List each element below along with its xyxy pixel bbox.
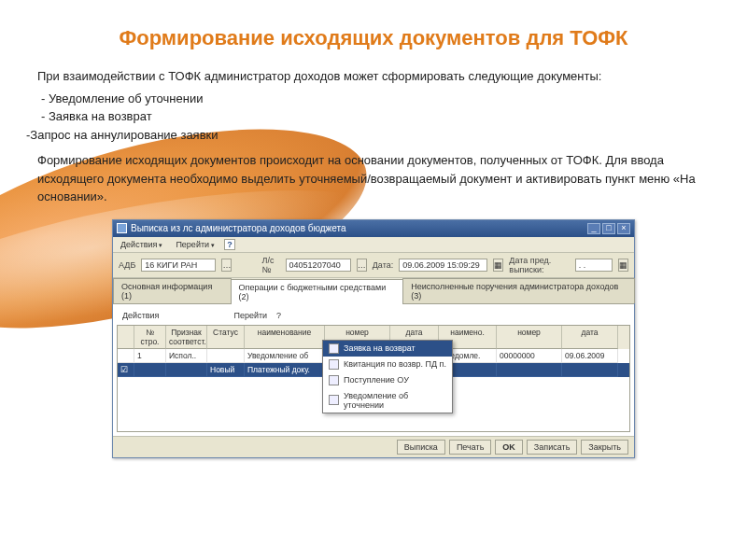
col-name: наименование	[245, 326, 325, 349]
body-text: Формирование исходящих документов происх…	[37, 151, 710, 206]
vypiska-button[interactable]: Выписка	[397, 440, 445, 455]
prev-date-label: Дата пред. выписки:	[509, 256, 569, 274]
adb-lookup-icon[interactable]: …	[221, 259, 232, 272]
maximize-button[interactable]: □	[602, 223, 615, 234]
bullet-3: -Запрос на аннулирование заявки	[26, 126, 710, 145]
ls-field[interactable]: 04051207040	[286, 259, 351, 272]
close-button-footer[interactable]: Закрыть	[581, 440, 628, 455]
col-admin-num: номер	[497, 326, 562, 349]
print-button[interactable]: Печать	[449, 440, 491, 455]
date-field[interactable]: 09.06.2009 15:09:29	[399, 259, 487, 272]
date-label: Дата:	[373, 260, 393, 270]
help-icon[interactable]: ?	[224, 239, 235, 250]
menu-goto[interactable]: Перейти	[172, 239, 218, 250]
menu-item-return-request[interactable]: Заявка на возврат	[323, 341, 452, 357]
bullet-1: - Уведомление об уточнении	[41, 90, 710, 108]
app-window: Выписка из лс администратора доходов бюд…	[112, 219, 635, 458]
calendar-icon[interactable]: ▦	[493, 259, 503, 272]
adb-label: АДБ	[119, 260, 135, 270]
ls-lookup-icon[interactable]: …	[357, 259, 367, 272]
menu-item-label: Уведомление об уточнении	[344, 391, 446, 410]
slide-title: Формирование исходящих документов для ТО…	[37, 26, 710, 50]
minimize-button[interactable]: _	[587, 223, 600, 234]
tab-body: Действия Перейти ? № стро. Признак соотв…	[113, 304, 634, 436]
menu-item-label: Заявка на возврат	[344, 343, 416, 353]
col-check	[118, 326, 134, 349]
menu-item-receipt[interactable]: Квитанция по возвр. ПД п.	[323, 357, 452, 372]
doc-icon	[329, 359, 339, 370]
col-n: № стро.	[134, 326, 166, 349]
app-icon	[117, 223, 127, 233]
window-title: Выписка из лс администратора доходов бюд…	[131, 223, 587, 233]
menu-item-label: Поступление ОУ	[344, 375, 409, 385]
tab-budget-ops[interactable]: Операции с бюджетными средствами (2)	[231, 279, 404, 304]
titlebar: Выписка из лс администратора доходов бюд…	[113, 220, 634, 237]
doc-icon	[329, 343, 339, 354]
prev-calendar-icon[interactable]: ▦	[618, 259, 628, 272]
adb-field[interactable]: 16 КИГИ РАН	[141, 259, 216, 272]
context-menu: Заявка на возврат Квитанция по возвр. ПД…	[322, 340, 453, 413]
doc-icon	[329, 395, 339, 405]
tab-unexecuted[interactable]: Неисполненные поручения администратора д…	[402, 278, 635, 303]
menu-item-label: Квитанция по возвр. ПД п.	[344, 359, 446, 369]
menu-item-clarification[interactable]: Уведомление об уточнении	[323, 388, 452, 413]
close-button[interactable]: ×	[617, 223, 630, 234]
bullet-2: - Заявка на возврат	[41, 107, 710, 126]
header-fields: АДБ 16 КИГИ РАН … Л/с № 04051207040 … Да…	[113, 253, 634, 278]
doc-icon	[329, 375, 339, 385]
col-status: Статус	[207, 326, 245, 349]
grid-help-icon[interactable]: ?	[276, 311, 281, 320]
menubar: Действия Перейти ?	[113, 237, 634, 253]
tabs: Основная информация (1) Операции с бюдже…	[113, 278, 634, 304]
menu-actions[interactable]: Действия	[117, 239, 166, 250]
window-footer: Выписка Печать OK Записать Закрыть	[113, 436, 634, 457]
save-button[interactable]: Записать	[527, 440, 577, 455]
prev-date-field[interactable]: . .	[575, 259, 613, 272]
ok-button[interactable]: OK	[495, 440, 523, 455]
ls-label: Л/с №	[261, 256, 279, 274]
grid-actions[interactable]: Действия	[119, 310, 162, 321]
intro-text: При взаимодействии с ТОФК администратор …	[37, 67, 710, 86]
col-priznak: Признак соответст.	[166, 326, 207, 349]
grid-goto[interactable]: Перейти	[230, 310, 271, 321]
tab-main-info[interactable]: Основная информация (1)	[113, 278, 232, 303]
col-admin-date: дата	[562, 326, 618, 349]
menu-item-incoming-ou[interactable]: Поступление ОУ	[323, 372, 452, 388]
